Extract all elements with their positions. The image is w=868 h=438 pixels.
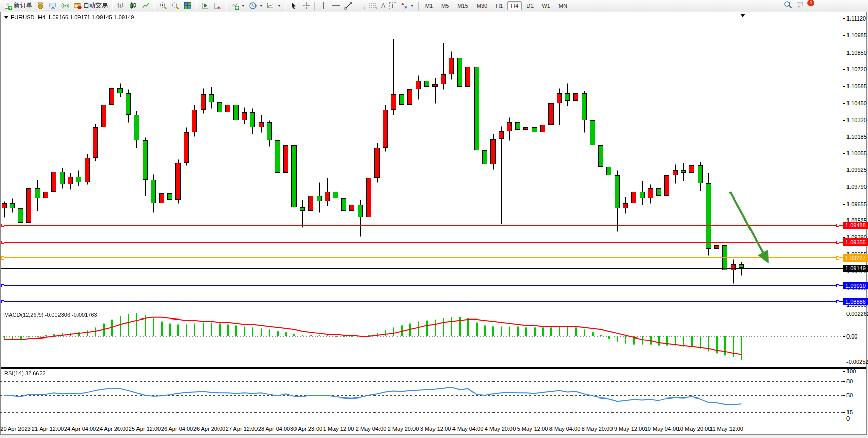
rsi-axis-label: 0	[846, 415, 850, 422]
toolbar-separator	[196, 2, 197, 10]
timeframe-button-m30[interactable]: M30	[473, 1, 491, 10]
chart-autoscroll-button[interactable]	[199, 1, 211, 10]
price-axis-tick	[843, 35, 845, 36]
cursor-arrow-icon	[290, 2, 298, 10]
chart-shift-button[interactable]	[211, 1, 224, 10]
equidistant-channel-tool-button[interactable]: E	[354, 1, 367, 10]
horizontal-line-tool-button[interactable]	[330, 1, 342, 10]
crosshair-tool-button[interactable]	[300, 1, 312, 10]
time-axis-label: 24 Apr 20:00	[96, 426, 128, 432]
price-axis-tick	[843, 187, 845, 187]
terminal-button[interactable]	[47, 1, 59, 10]
tile-windows-button[interactable]	[182, 1, 194, 10]
timeframe-button-m15[interactable]: M15	[453, 1, 471, 10]
add-indicator-button[interactable]	[229, 1, 247, 10]
zoom-in-icon	[159, 2, 167, 10]
chevron-down-icon	[411, 5, 414, 7]
seal-button[interactable]	[34, 1, 47, 10]
text-tool-icon: A	[381, 2, 385, 9]
line-chart-button[interactable]	[140, 1, 152, 10]
timeframe-button-w1[interactable]: W1	[538, 1, 554, 10]
chat-notification-icon[interactable]: 1	[796, 1, 804, 9]
bar-chart-button[interactable]	[115, 1, 127, 10]
text-tool-button[interactable]: A	[379, 1, 387, 10]
macd-axis-tick	[843, 314, 845, 314]
rsi-indicator-label: RSI(14) 32.6622	[4, 370, 46, 376]
auto-trading-icon	[73, 2, 82, 10]
panel-splitter[interactable]	[1, 309, 866, 310]
time-axis-label: 11 May 12:00	[709, 426, 743, 432]
cursor-tool-button[interactable]	[288, 1, 300, 10]
signal-button[interactable]	[59, 1, 71, 10]
price-axis-line	[843, 12, 843, 422]
toolbar-separator	[285, 2, 286, 10]
time-axis-label: 26 Apr 20:00	[193, 426, 225, 432]
time-axis-label: 2 May 20:00	[388, 426, 419, 432]
fibonacci-letter: F	[376, 6, 379, 10]
auto-trading-button[interactable]: 自动交易	[71, 1, 110, 10]
rsi-panel-canvas[interactable]	[0, 369, 843, 422]
time-axis-label: 28 Apr 04:00	[258, 426, 290, 432]
trendline-icon	[344, 2, 352, 10]
price-axis-label: 1.10055	[846, 150, 867, 156]
timeframe-button-m1[interactable]: M1	[422, 1, 437, 10]
clock-icon	[249, 2, 257, 10]
auto-trading-label: 自动交易	[83, 1, 108, 10]
toolbar-separator	[112, 2, 113, 10]
toolbar-right-icons: 1	[784, 1, 804, 9]
timeframe-button-m5[interactable]: M5	[438, 1, 452, 10]
timeframe-group: M1M5M15M30H1H4D1W1MN	[421, 2, 571, 9]
price-line-badge: 1.09010	[843, 282, 868, 289]
timeframe-button-h1[interactable]: H1	[492, 1, 506, 10]
price-axis-tick	[843, 120, 845, 121]
text-label-tool-button[interactable]: T	[387, 1, 398, 10]
periodicity-button[interactable]	[247, 1, 265, 10]
price-line-badge: 1.08886	[843, 298, 868, 305]
price-line-badge: 1.09227	[843, 254, 868, 262]
candlestick-chart-button[interactable]	[127, 1, 140, 10]
symbol-period-label: EURUSD-,H4	[11, 14, 45, 21]
crosshair-icon	[302, 2, 310, 10]
price-axis-label: 1.10850	[846, 50, 867, 56]
zoom-out-icon	[171, 2, 180, 10]
new-order-label: 新订单	[14, 1, 32, 10]
rsi-axis-tick	[843, 395, 845, 396]
trendline-tool-button[interactable]	[342, 1, 354, 10]
arrows-tool-button[interactable]	[398, 1, 416, 10]
template-button[interactable]	[265, 1, 283, 10]
time-axis-label: 2 May 04:00	[356, 426, 387, 432]
timeframe-button-d1[interactable]: D1	[523, 1, 537, 10]
price-axis-label: 1.10585	[846, 83, 867, 89]
autoscroll-icon	[201, 2, 209, 10]
trend-arrow-annotation[interactable]	[0, 12, 843, 309]
new-order-button[interactable]: 新订单	[2, 1, 34, 10]
main-toolbar: 新订单 自动交易	[0, 0, 868, 11]
chart-shift-icon	[213, 2, 222, 10]
vertical-line-tool-button[interactable]	[318, 1, 330, 10]
timeframe-button-h4[interactable]: H4	[507, 1, 522, 10]
fibonacci-tool-button[interactable]: F	[367, 1, 379, 10]
time-axis-label: 3 May 12:00	[420, 426, 451, 432]
toolbar-separator	[226, 2, 227, 10]
time-axis-label: 26 Apr 04:00	[161, 426, 193, 432]
toolbar-separator	[314, 2, 315, 10]
chevron-down-icon[interactable]	[4, 16, 8, 19]
time-axis-label: 4 May 20:00	[485, 426, 516, 432]
panel-splitter[interactable]	[1, 367, 866, 369]
template-icon	[267, 2, 275, 10]
macd-panel-canvas[interactable]	[0, 310, 843, 367]
timeframe-button-mn[interactable]: MN	[555, 1, 571, 10]
price-axis-label: 1.10985	[846, 32, 867, 38]
time-axis-label: 10 May 20:00	[677, 426, 712, 432]
zoom-out-button[interactable]	[169, 1, 182, 10]
zoom-in-button[interactable]	[157, 1, 169, 10]
time-axis-label: 21 Apr 12:00	[32, 426, 64, 432]
price-axis-label: 1.09655	[846, 201, 867, 207]
add-indicator-icon	[231, 2, 239, 10]
search-icon[interactable]	[784, 1, 792, 9]
macd-axis-label: 0.002262	[846, 311, 868, 317]
candlestick-chart-icon	[129, 2, 137, 10]
vertical-line-icon	[320, 2, 328, 10]
chevron-down-icon	[242, 5, 245, 7]
rsi-axis-label: 50	[846, 392, 853, 399]
